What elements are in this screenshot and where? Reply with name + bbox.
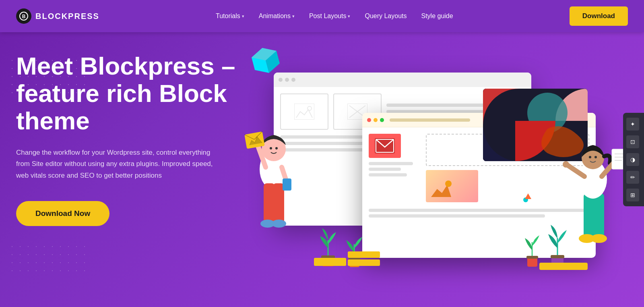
svg-rect-18 (273, 183, 284, 224)
header: B BLOCKPRESS Tutorials ▾ Animations ▾ Po… (0, 0, 644, 32)
svg-point-41 (589, 156, 591, 158)
hero-title: Meet Blockpress – feature rich Block the… (16, 52, 250, 135)
hero-section: Meet Blockpress – feature rich Block the… (0, 0, 644, 307)
nav-query-layouts[interactable]: Query Layouts (365, 12, 407, 20)
svg-point-27 (275, 147, 278, 149)
svg-rect-25 (283, 178, 291, 191)
tool-grid-icon[interactable]: ⊞ (626, 189, 639, 201)
logo-text: BLOCKPRESS (35, 12, 99, 21)
dot-pattern-bottom (8, 243, 89, 275)
image-card (426, 170, 478, 202)
download-button[interactable]: Download (570, 6, 628, 26)
chevron-down-icon: ▾ (348, 14, 350, 19)
logo[interactable]: B BLOCKPRESS (16, 8, 99, 24)
svg-point-20 (272, 220, 286, 228)
bc2-left (369, 134, 421, 202)
svg-point-35 (563, 161, 569, 168)
nav-animations[interactable]: Animations ▾ (259, 12, 295, 20)
yellow-steps (314, 251, 380, 266)
chevron-down-icon: ▾ (242, 14, 244, 19)
tool-contrast-icon[interactable]: ◑ (626, 153, 639, 166)
hero-description: Change the workflow for your Wordpress s… (16, 147, 217, 182)
nav-style-guide[interactable]: Style guide (421, 12, 453, 20)
floating-cube (250, 44, 282, 77)
svg-text:B: B (22, 14, 26, 19)
tool-pen-icon[interactable]: ✏ (626, 171, 639, 184)
character-2 (555, 113, 628, 282)
hero-illustration (250, 40, 612, 282)
svg-point-26 (270, 147, 272, 149)
svg-rect-23 (244, 131, 265, 149)
svg-rect-29 (593, 193, 604, 238)
download-now-button[interactable]: Download Now (16, 201, 109, 226)
browser-bar (274, 73, 531, 87)
svg-rect-53 (526, 256, 538, 259)
svg-point-42 (594, 156, 597, 158)
nav-tutorials[interactable]: Tutorials ▾ (216, 12, 244, 20)
accent-orange-triangle (525, 193, 531, 199)
character-1 (237, 105, 310, 274)
sidebar-tools: ✦ ⊡ ◑ ✏ ⊞ (623, 113, 644, 206)
hero-content: Meet Blockpress – feature rich Block the… (16, 52, 250, 226)
tool-sparkle-icon[interactable]: ✦ (626, 118, 639, 131)
svg-point-15 (445, 180, 452, 187)
chevron-down-icon: ▾ (292, 14, 295, 19)
main-nav: Tutorials ▾ Animations ▾ Post Layouts ▾ … (216, 12, 453, 20)
svg-point-31 (591, 234, 607, 243)
tool-frame-icon[interactable]: ⊡ (626, 135, 639, 148)
logo-icon: B (16, 8, 31, 24)
email-icon (369, 134, 401, 158)
nav-post-layouts[interactable]: Post Layouts ▾ (309, 12, 351, 20)
